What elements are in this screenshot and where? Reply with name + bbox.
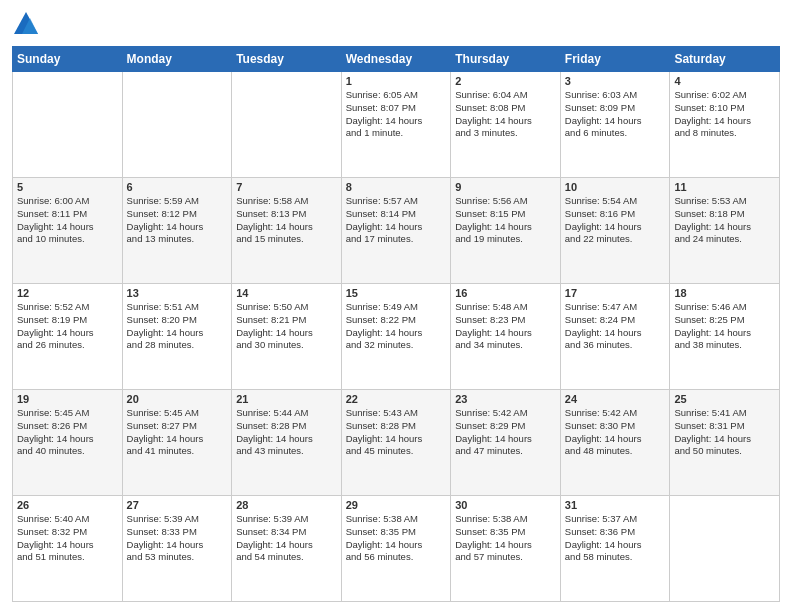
day-info-line: and 58 minutes. <box>565 551 666 564</box>
day-info-line: Daylight: 14 hours <box>565 221 666 234</box>
day-cell: 10Sunrise: 5:54 AMSunset: 8:16 PMDayligh… <box>560 178 670 284</box>
calendar-table: SundayMondayTuesdayWednesdayThursdayFrid… <box>12 46 780 602</box>
day-info-line: Sunrise: 6:03 AM <box>565 89 666 102</box>
day-number: 23 <box>455 393 556 405</box>
day-info-line: Sunrise: 5:37 AM <box>565 513 666 526</box>
day-info-line: Daylight: 14 hours <box>455 433 556 446</box>
day-cell: 13Sunrise: 5:51 AMSunset: 8:20 PMDayligh… <box>122 284 232 390</box>
day-info-line: Sunrise: 5:41 AM <box>674 407 775 420</box>
day-cell <box>13 72 123 178</box>
day-info-line: Sunrise: 6:02 AM <box>674 89 775 102</box>
day-number: 24 <box>565 393 666 405</box>
day-info-line: and 13 minutes. <box>127 233 228 246</box>
col-header-tuesday: Tuesday <box>232 47 342 72</box>
day-number: 17 <box>565 287 666 299</box>
day-info-line: and 41 minutes. <box>127 445 228 458</box>
day-cell: 19Sunrise: 5:45 AMSunset: 8:26 PMDayligh… <box>13 390 123 496</box>
day-number: 29 <box>346 499 447 511</box>
day-number: 5 <box>17 181 118 193</box>
day-info-line: and 6 minutes. <box>565 127 666 140</box>
day-info-line: Sunset: 8:10 PM <box>674 102 775 115</box>
day-info-line: Sunrise: 5:47 AM <box>565 301 666 314</box>
day-info-line: and 17 minutes. <box>346 233 447 246</box>
day-info-line: Daylight: 14 hours <box>346 115 447 128</box>
day-info-line: Sunrise: 6:05 AM <box>346 89 447 102</box>
col-header-thursday: Thursday <box>451 47 561 72</box>
day-cell: 1Sunrise: 6:05 AMSunset: 8:07 PMDaylight… <box>341 72 451 178</box>
day-info-line: Daylight: 14 hours <box>674 115 775 128</box>
day-number: 27 <box>127 499 228 511</box>
day-info-line: Sunrise: 5:40 AM <box>17 513 118 526</box>
day-info-line: Sunrise: 5:38 AM <box>346 513 447 526</box>
day-info-line: and 36 minutes. <box>565 339 666 352</box>
day-info-line: and 51 minutes. <box>17 551 118 564</box>
day-info-line: and 38 minutes. <box>674 339 775 352</box>
day-info-line: and 19 minutes. <box>455 233 556 246</box>
day-info-line: Sunrise: 5:57 AM <box>346 195 447 208</box>
day-cell <box>232 72 342 178</box>
day-info-line: and 24 minutes. <box>674 233 775 246</box>
day-info-line: Sunset: 8:15 PM <box>455 208 556 221</box>
day-info-line: Daylight: 14 hours <box>674 327 775 340</box>
day-cell: 24Sunrise: 5:42 AMSunset: 8:30 PMDayligh… <box>560 390 670 496</box>
day-info-line: Sunrise: 5:52 AM <box>17 301 118 314</box>
day-info-line: Daylight: 14 hours <box>674 433 775 446</box>
day-number: 31 <box>565 499 666 511</box>
day-info-line: Daylight: 14 hours <box>346 327 447 340</box>
day-info-line: Daylight: 14 hours <box>127 327 228 340</box>
day-info-line: Daylight: 14 hours <box>127 539 228 552</box>
day-info-line: Sunrise: 6:04 AM <box>455 89 556 102</box>
day-number: 30 <box>455 499 556 511</box>
day-cell: 7Sunrise: 5:58 AMSunset: 8:13 PMDaylight… <box>232 178 342 284</box>
day-info-line: and 32 minutes. <box>346 339 447 352</box>
col-header-saturday: Saturday <box>670 47 780 72</box>
day-info-line: Sunrise: 5:46 AM <box>674 301 775 314</box>
day-info-line: Daylight: 14 hours <box>236 327 337 340</box>
week-row-2: 5Sunrise: 6:00 AMSunset: 8:11 PMDaylight… <box>13 178 780 284</box>
day-info-line: and 48 minutes. <box>565 445 666 458</box>
col-header-friday: Friday <box>560 47 670 72</box>
day-number: 26 <box>17 499 118 511</box>
day-info-line: Sunset: 8:12 PM <box>127 208 228 221</box>
day-number: 8 <box>346 181 447 193</box>
day-info-line: and 43 minutes. <box>236 445 337 458</box>
week-row-5: 26Sunrise: 5:40 AMSunset: 8:32 PMDayligh… <box>13 496 780 602</box>
day-info-line: Sunrise: 5:39 AM <box>236 513 337 526</box>
day-cell: 15Sunrise: 5:49 AMSunset: 8:22 PMDayligh… <box>341 284 451 390</box>
day-info-line: Daylight: 14 hours <box>455 221 556 234</box>
day-info-line: Sunset: 8:22 PM <box>346 314 447 327</box>
day-cell: 17Sunrise: 5:47 AMSunset: 8:24 PMDayligh… <box>560 284 670 390</box>
day-info-line: Sunrise: 5:43 AM <box>346 407 447 420</box>
week-row-4: 19Sunrise: 5:45 AMSunset: 8:26 PMDayligh… <box>13 390 780 496</box>
day-info-line: Sunrise: 5:50 AM <box>236 301 337 314</box>
day-cell: 4Sunrise: 6:02 AMSunset: 8:10 PMDaylight… <box>670 72 780 178</box>
day-info-line: Sunset: 8:08 PM <box>455 102 556 115</box>
day-cell: 27Sunrise: 5:39 AMSunset: 8:33 PMDayligh… <box>122 496 232 602</box>
day-info-line: Sunset: 8:07 PM <box>346 102 447 115</box>
day-info-line: Sunset: 8:25 PM <box>674 314 775 327</box>
day-info-line: Daylight: 14 hours <box>455 327 556 340</box>
day-info-line: Sunrise: 5:45 AM <box>17 407 118 420</box>
day-info-line: Daylight: 14 hours <box>565 539 666 552</box>
day-cell: 26Sunrise: 5:40 AMSunset: 8:32 PMDayligh… <box>13 496 123 602</box>
day-info-line: Sunset: 8:33 PM <box>127 526 228 539</box>
day-cell: 29Sunrise: 5:38 AMSunset: 8:35 PMDayligh… <box>341 496 451 602</box>
logo-icon <box>12 10 40 38</box>
day-info-line: Sunset: 8:18 PM <box>674 208 775 221</box>
day-info-line: Daylight: 14 hours <box>455 115 556 128</box>
day-cell: 11Sunrise: 5:53 AMSunset: 8:18 PMDayligh… <box>670 178 780 284</box>
day-info-line: Daylight: 14 hours <box>674 221 775 234</box>
day-cell: 8Sunrise: 5:57 AMSunset: 8:14 PMDaylight… <box>341 178 451 284</box>
day-number: 13 <box>127 287 228 299</box>
day-info-line: and 53 minutes. <box>127 551 228 564</box>
day-info-line: Sunrise: 5:44 AM <box>236 407 337 420</box>
day-number: 12 <box>17 287 118 299</box>
day-info-line: and 15 minutes. <box>236 233 337 246</box>
day-number: 15 <box>346 287 447 299</box>
day-number: 18 <box>674 287 775 299</box>
day-info-line: Sunset: 8:35 PM <box>455 526 556 539</box>
day-cell: 18Sunrise: 5:46 AMSunset: 8:25 PMDayligh… <box>670 284 780 390</box>
day-cell: 14Sunrise: 5:50 AMSunset: 8:21 PMDayligh… <box>232 284 342 390</box>
day-cell: 3Sunrise: 6:03 AMSunset: 8:09 PMDaylight… <box>560 72 670 178</box>
day-cell: 31Sunrise: 5:37 AMSunset: 8:36 PMDayligh… <box>560 496 670 602</box>
